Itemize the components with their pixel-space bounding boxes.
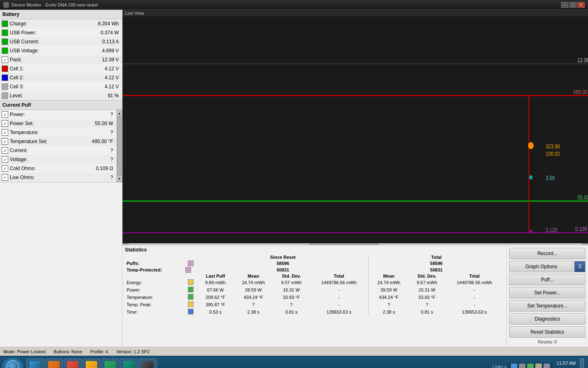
power-stat-label: Power: <box>125 286 184 294</box>
maximize-button[interactable]: □ <box>569 2 577 8</box>
temp-mean-t: 434.24 °F <box>369 294 409 301</box>
battery-header: Battery <box>0 10 122 19</box>
temp-set-row: ✓ Temperature Set: 495.00 °F <box>0 137 116 146</box>
usb-power-indicator <box>2 29 8 36</box>
time-total-t: 139653.63 s <box>445 308 504 316</box>
mode-status: Mode: Power Locked <box>3 349 45 354</box>
temp-protected-color <box>184 267 197 273</box>
graph-scroll-thumb[interactable] <box>310 244 378 245</box>
energy-last-puff: 9.89 mWh <box>197 279 233 286</box>
graph-horizontal-scrollbar[interactable]: ◀ ▶ <box>122 243 588 245</box>
graph-options-button[interactable]: Graph Options <box>509 261 573 272</box>
since-puffs1: 58596 <box>197 260 369 267</box>
cell2-row: Cell 2: 4.12 V <box>0 73 122 82</box>
usb-current-row: USB Current: 0.113 A <box>0 37 122 46</box>
scroll-up-button[interactable]: ▲ <box>117 110 122 117</box>
graph-scroll-left-button[interactable]: ◀ <box>122 243 128 245</box>
taskbar-links-label: Links » <box>492 364 507 368</box>
cell1-row: Cell 1: 4.12 V <box>0 64 122 73</box>
level-row: Level: 91 % <box>0 91 122 100</box>
col-mean-t: Mean <box>369 273 409 279</box>
buttons-status: Buttons: None <box>53 349 82 354</box>
graph-scroll-right-button[interactable]: ▶ <box>582 243 588 245</box>
power-mean: 39.59 W <box>234 286 274 294</box>
col-last-puff: Last Puff <box>197 273 233 279</box>
temp-peak-std-dev-t: ? <box>409 301 445 308</box>
temp-set-indicator: ✓ <box>2 138 8 145</box>
clock-time: 11:57 AM <box>556 360 576 366</box>
start-button[interactable] <box>2 358 24 368</box>
diagnostics-button[interactable]: Diagnostics <box>509 313 586 325</box>
time-mean-t: 2.38 s <box>369 308 409 316</box>
system-tray <box>508 363 552 368</box>
energy-color <box>184 279 197 286</box>
power-mean-t: 39.59 W <box>369 286 409 294</box>
time-total: 139653.63 s <box>310 308 369 316</box>
temp-label: Temperature: <box>10 130 82 135</box>
power-row: ✓ Power: ? <box>0 110 116 119</box>
taskbar-app3-button[interactable] <box>101 359 119 368</box>
svg-point-15 <box>529 175 532 180</box>
app5-icon <box>142 361 154 368</box>
temp-protected-box <box>185 267 191 273</box>
energy-total: 1449786.56 mWh <box>310 279 369 286</box>
tray-icon4 <box>535 364 542 368</box>
taskbar-media-button[interactable] <box>45 359 63 368</box>
svg-point-16 <box>530 229 532 233</box>
energy-label: Energy: <box>125 279 184 286</box>
temp-set-label: Temperature Set: <box>10 139 82 144</box>
temp-total: - <box>310 294 369 301</box>
current-row: ✓ Current: ? <box>0 146 116 155</box>
puffs-label-cell: Puffs: <box>125 260 184 267</box>
power-std-dev: 15.31 W <box>273 286 309 294</box>
taskbar-app1-button[interactable] <box>64 359 82 368</box>
scroll-down-button[interactable]: ▼ <box>117 175 122 182</box>
time-last-puff: 0.53 s <box>197 308 233 316</box>
puff-scroll-area: ✓ Power: ? ✓ Power Set: 55.00 W ✓ Temper… <box>0 110 122 182</box>
puffs-since-color-header <box>184 254 197 260</box>
puff-button[interactable]: Puff... <box>509 274 586 285</box>
tray-icon3 <box>527 364 534 368</box>
title-buttons[interactable]: – □ ✕ <box>561 2 585 8</box>
power-total: - <box>310 286 369 294</box>
temp-peak-row: Temp. Peak: 395.87 °F ? ? - ? ? - <box>125 301 504 308</box>
time-row: Time: 0.53 s 2.38 s 0.81 s 139653.63 s 2… <box>125 308 504 316</box>
taskbar-app5-button[interactable] <box>139 359 157 368</box>
pack-label: Pack: <box>10 57 88 63</box>
time-mean: 2.38 s <box>234 308 274 316</box>
energy-mean-t: 24.74 mWh <box>369 279 409 286</box>
cell2-indicator <box>2 74 8 81</box>
close-button[interactable]: ✕ <box>577 2 585 8</box>
cell3-row: Cell 3: 4.12 V <box>0 82 122 91</box>
power-value: ? <box>82 112 115 117</box>
live-ohms-indicator: ✓ <box>2 174 8 181</box>
since-reset-header: Since Reset <box>197 254 369 260</box>
charge-indicator <box>2 20 8 27</box>
temp-peak-std-dev: ? <box>273 301 309 308</box>
set-power-button[interactable]: Set Power... <box>509 287 586 298</box>
graph-options-icon[interactable]: ⠿ <box>574 261 586 272</box>
taskbar-app4-button[interactable] <box>120 359 138 368</box>
set-temperature-button[interactable]: Set Temperature... <box>509 300 586 312</box>
cell1-label: Cell 1: <box>10 66 88 72</box>
temp-indicator: ✓ <box>2 129 8 136</box>
cold-ohms-label: Cold Ohms: <box>10 166 82 171</box>
svg-text:495.00: 495.00 <box>573 88 588 95</box>
power-std-dev-t: 15.31 W <box>409 286 445 294</box>
cell3-label: Cell 3: <box>10 84 88 90</box>
temp-mean: 434.24 °F <box>234 294 274 301</box>
left-panel: Battery Charge: 8.204 Wh USB Power: 0.37… <box>0 10 122 347</box>
power-total-t: - <box>445 286 504 294</box>
taskbar-app2-button[interactable] <box>82 359 100 368</box>
reset-statistics-button[interactable]: Reset Statistics <box>509 326 586 338</box>
taskbar-explorer-button[interactable] <box>26 359 44 368</box>
scroll-thumb[interactable] <box>117 117 122 175</box>
live-ohms-value: ? <box>82 175 115 180</box>
record-button[interactable]: Record... <box>509 248 586 259</box>
show-desktop-button[interactable] <box>580 359 584 368</box>
puff-scrollbar[interactable]: ▲ ▼ <box>116 110 122 182</box>
minimize-button[interactable]: – <box>561 2 568 8</box>
voltage-row: ✓ Voltage: ? <box>0 155 116 164</box>
power-set-label: Power Set: <box>10 121 82 126</box>
temp-total-t: - <box>445 294 504 301</box>
